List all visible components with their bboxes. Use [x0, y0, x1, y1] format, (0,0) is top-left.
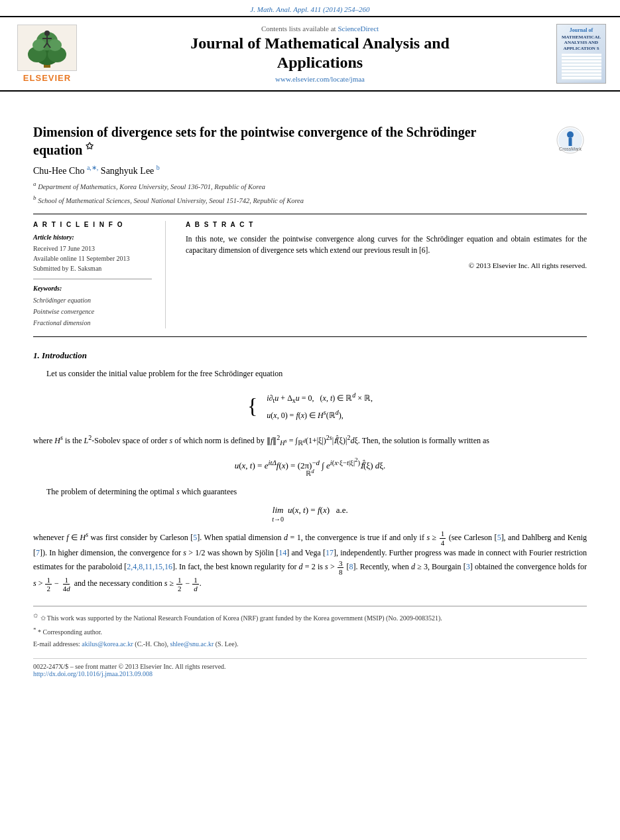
received-date: Received 17 June 2013 — [33, 244, 152, 253]
article-info-title: A R T I C L E I N F O — [33, 221, 152, 228]
journal-ref-text: J. Math. Anal. Appl. 411 (2014) 254–260 — [250, 5, 369, 13]
doi-line: http://dx.doi.org/10.1016/j.jmaa.2013.09… — [33, 670, 587, 677]
left-brace: { — [247, 395, 257, 417]
footnotes-section: ✩ ✩ This work was supported by the Natio… — [33, 606, 587, 649]
journal-title-block: Contents lists available at ScienceDirec… — [92, 25, 548, 83]
intro-para3: The problem of determining the optimal s… — [33, 486, 587, 498]
ref-5b-link[interactable]: 5 — [497, 533, 501, 542]
journal-url[interactable]: www.elsevier.com/locate/jmaa — [92, 75, 548, 83]
page: J. Math. Anal. Appl. 411 (2014) 254–260 — [0, 0, 620, 840]
section-1-heading: 1. Introduction — [33, 350, 587, 361]
keywords-list: Schrödinger equation Pointwise convergen… — [33, 295, 152, 328]
elsevier-logo: ELSEVIER — [11, 25, 84, 83]
frac-1-4d: 14d — [62, 576, 72, 593]
email-link-1[interactable]: akilus@korea.ac.kr — [82, 640, 133, 648]
intro-para4: whenever f ∈ Hs was first consider by Ca… — [33, 529, 587, 593]
equation-system: i∂tu + Δxu = 0, (x, t) ∈ ℝd × ℝ, u(x, 0)… — [267, 389, 373, 423]
frac-1-d: 1d — [192, 576, 199, 593]
keyword-2: Pointwise convergence — [33, 306, 152, 317]
frac-1-2-cond: 12 — [176, 576, 183, 593]
ref-2-link[interactable]: 2,4,8,11,15,16 — [127, 562, 172, 571]
ref-3-link[interactable]: 3 — [466, 562, 470, 571]
affiliation-b: b School of Mathematical Sciences, Seoul… — [33, 194, 587, 206]
ref-14-link[interactable]: 14 — [279, 548, 286, 557]
article-meta-section: A R T I C L E I N F O Article history: R… — [33, 221, 587, 328]
keyword-3: Fractional dimension — [33, 317, 152, 328]
doi-link[interactable]: http://dx.doi.org/10.1016/j.jmaa.2013.09… — [33, 670, 153, 677]
svg-text:CrossMark: CrossMark — [559, 147, 582, 151]
author1-superscript: a,∗, — [87, 164, 98, 171]
info-divider — [33, 279, 152, 279]
footnote-emails: E-mail addresses: akilus@korea.ac.kr (C.… — [33, 639, 587, 649]
ref-17-link[interactable]: 17 — [326, 548, 334, 557]
equation-line1: i∂tu + Δxu = 0, (x, t) ∈ ℝd × ℝ, — [267, 389, 373, 407]
svg-rect-15 — [569, 138, 572, 146]
abstract-title: A B S T R A C T — [186, 221, 587, 228]
frac-1-2-minus: 12 — [45, 576, 52, 593]
available-online-date: Available online 11 September 2013 — [33, 253, 152, 263]
contents-available-line: Contents lists available at ScienceDirec… — [92, 25, 548, 33]
history-label: Article history: — [33, 234, 152, 241]
frac-1-4: 14 — [440, 529, 446, 546]
journal-title: Journal of Mathematical Analysis andAppl… — [92, 34, 548, 72]
authors-line: Chu-Hee Cho a,∗, Sanghyuk Lee b — [33, 164, 587, 176]
keyword-1: Schrödinger equation — [33, 295, 152, 306]
elsevier-tree-image — [17, 25, 77, 71]
article-title: Dimension of divergence sets for the poi… — [33, 123, 484, 159]
affiliations: a Department of Mathematics, Korea Unive… — [33, 180, 587, 206]
schrodinger-system: { i∂tu + Δxu = 0, (x, t) ∈ ℝd × ℝ, u(x, … — [33, 389, 587, 423]
issn-line: 0022-247X/$ – see front matter © 2013 El… — [33, 663, 587, 670]
cover-image: Journal of MATHEMATICALANALYSIS ANDAPPLI… — [556, 24, 606, 84]
footnote-corresponding: * * Corresponding author. — [33, 626, 587, 637]
affiliation-a: a Department of Mathematics, Korea Unive… — [33, 180, 587, 192]
abstract-text: In this note, we consider the pointwise … — [186, 234, 587, 257]
sciencedirect-link[interactable]: ScienceDirect — [338, 25, 379, 33]
main-content: CrossMark Dimension of divergence sets f… — [0, 92, 620, 691]
svg-point-5 — [32, 39, 46, 51]
limit-operator: lim t→0 — [272, 505, 284, 523]
title-footnote-marker: ✩ — [86, 141, 93, 151]
intro-para2: where Hs is the L2-Sobolev space of orde… — [33, 433, 587, 449]
ref-8-link[interactable]: 8 — [349, 562, 353, 571]
divider-after-affiliations — [33, 214, 587, 214]
abstract-column: A B S T R A C T In this note, we conside… — [186, 221, 587, 328]
elsevier-wordmark: ELSEVIER — [23, 73, 71, 83]
footnote-star: ✩ ✩ This work was supported by the Natio… — [33, 612, 587, 623]
author2-superscript: b — [156, 164, 160, 171]
frac-3-8: 38 — [338, 559, 344, 576]
ref-7-link[interactable]: 7 — [36, 548, 40, 557]
solution-equation: u(x, t) = eitΔf(x) = (2π)−d ∫ ei(x·ξ−t|ξ… — [33, 456, 587, 477]
journal-reference: J. Math. Anal. Appl. 411 (2014) 254–260 — [0, 0, 620, 16]
copyright-line: © 2013 Elsevier Inc. All rights reserved… — [186, 261, 587, 269]
svg-point-6 — [48, 39, 62, 51]
ref-5-link[interactable]: 5 — [193, 533, 197, 542]
equation-line2: u(x, 0) = f(x) ∈ Hs(ℝd), — [267, 407, 343, 423]
article-info-column: A R T I C L E I N F O Article history: R… — [33, 221, 166, 328]
email-link-2[interactable]: shlee@snu.ac.kr — [170, 640, 214, 648]
intro-para1: Let us consider the initial value proble… — [33, 368, 587, 380]
svg-point-7 — [44, 31, 50, 36]
limit-equation: lim t→0 u(x, t) = f(x) a.e. — [33, 505, 587, 523]
section-number: 1. — [33, 350, 40, 360]
bottom-bar: 0022-247X/$ – see front matter © 2013 El… — [33, 658, 587, 677]
journal-cover-thumbnail: Journal of MATHEMATICALANALYSIS ANDAPPLI… — [556, 24, 609, 84]
divider-after-abstract — [33, 336, 587, 337]
crossmark-badge[interactable]: CrossMark — [554, 123, 587, 157]
svg-point-14 — [567, 131, 574, 138]
submitted-by: Submitted by E. Saksman — [33, 263, 152, 273]
keywords-label: Keywords: — [33, 285, 152, 292]
journal-header: ELSEVIER Contents lists available at Sci… — [0, 16, 620, 92]
